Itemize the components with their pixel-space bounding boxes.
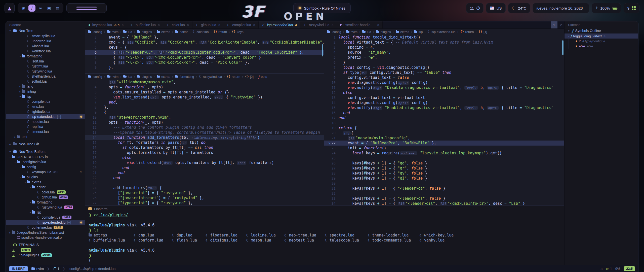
code-line[interactable]: 12 --- Extend the conform plugin config … xyxy=(85,125,324,130)
tree-item-repl-lua[interactable]: ☾repl.lua xyxy=(6,124,85,129)
code-line[interactable]: 23 xyxy=(85,180,324,185)
breadcrumb-item[interactable]: extras xyxy=(396,30,409,34)
code-line[interactable]: 22 end xyxy=(85,175,324,180)
breadcrumb-item[interactable]: {}[1] xyxy=(479,30,487,34)
code-line[interactable]: 5 keys = { xyxy=(85,45,324,50)
breadcrumb-item[interactable]: .config xyxy=(327,30,341,34)
close-tab-icon[interactable]: × xyxy=(158,23,160,27)
code-line[interactable]: 20 end xyxy=(85,165,324,170)
music-widget[interactable]: Spiritbox - Rule Of Nines xyxy=(293,3,351,13)
keyboard-layout-widget[interactable]: US xyxy=(486,3,506,13)
breadcrumb-item[interactable]: lua xyxy=(123,75,132,79)
tree-item-keymaps-lua[interactable]: ☾keymaps.lua#10⚠ xyxy=(6,169,85,175)
tab-bufferline-lua[interactable]: ☾bufferline.lua× xyxy=(127,21,164,28)
code-line[interactable]: 26 keys[#keys + 1] = { "gd", false } xyxy=(324,161,564,166)
breadcrumb-item[interactable]: {}return xyxy=(227,75,240,79)
code-line[interactable]: 12 else xyxy=(324,90,564,95)
code-line[interactable]: 23 init = function() xyxy=(324,146,564,151)
workspace-slash-icon[interactable]: ∕ xyxy=(28,5,35,12)
code-line[interactable]: 24 local keys = require(modname: "lazyvi… xyxy=(324,151,564,156)
breadcrumb-item[interactable]: editor xyxy=(175,30,188,34)
breadcrumb-item[interactable]: formatting xyxy=(175,75,194,79)
clock-widget[interactable]: jueves, noviembre 16, 2023 xyxy=(533,3,589,13)
breadcrumb-item[interactable]: nvim xyxy=(107,75,118,79)
section-header-neo-tree[interactable]: ▾Neo-Tree xyxy=(6,28,85,33)
tree-item-c-n-l-plugins[interactable]: ~/.c/n/l/plugins#3980 xyxy=(6,253,85,258)
outline-item-else[interactable]: ◆elseelse xyxy=(565,44,638,49)
section-header-terminals[interactable]: TERMINALS xyxy=(6,242,85,248)
code-line[interactable]: 11 opts = function(_, opts) xyxy=(85,120,324,125)
code-line[interactable]: 3 event = { "BufRead" }, xyxy=(85,35,324,40)
breadcrumb-item[interactable]: extras xyxy=(157,75,170,79)
workspace-pill[interactable] xyxy=(66,3,107,13)
breadcrumb-item[interactable]: lua xyxy=(123,30,132,34)
code-line[interactable]: 10 vim.diagnostic.config(opts: config) xyxy=(324,80,564,85)
code-line[interactable]: 27 ["typescript"] = { "rustywind" }, xyxy=(85,200,324,205)
tree-item-linting[interactable]: ▸linting xyxy=(6,89,85,94)
code-line[interactable]: 4 opts = function(_, opts) xyxy=(85,85,324,90)
tree-item-bufferline-lua[interactable]: ☾bufferline.lua#328 xyxy=(6,225,85,230)
scrollbar-handle[interactable] xyxy=(562,40,564,55)
breadcrumb-item[interactable]: nvim xyxy=(346,30,357,34)
code-line[interactable]: 21 end xyxy=(85,170,324,175)
tree-item-editor[interactable]: ▾editor xyxy=(6,185,85,190)
tree-item-plugins[interactable]: ▾plugins xyxy=(6,175,85,180)
scrollbar-handle[interactable] xyxy=(322,44,323,56)
code-line[interactable]: 15 for ft, formatters in pairs(t: tbl) d… xyxy=(85,140,324,145)
code-line[interactable]: 33 keys[#keys + 1] = { "<leader>cl", fal… xyxy=(324,196,564,201)
editor-pane-lsp-extended-lua[interactable]: .config›nvim›lua›plugins›extras›lsp›☾lsp… xyxy=(324,29,564,205)
tree-item-neodim-lua[interactable]: ☾neodim.lua xyxy=(6,119,85,124)
code-line[interactable]: 13 config.virtual_text = virtual_text xyxy=(324,95,564,100)
code-line[interactable]: 25 xyxy=(324,156,564,161)
tree-item-lens-lua[interactable]: ☾lens.lua xyxy=(6,104,85,109)
code-line[interactable]: 11 vim.notify(msg: "Disable diagnostics … xyxy=(324,85,564,90)
breadcrumb-item[interactable]: {}return xyxy=(214,30,227,34)
tree-item-lsp[interactable]: ▾lsp xyxy=(6,210,85,215)
terminal-output[interactable]: ❯ cd lua/plugins/ nvim/lua/plugins via☾ … xyxy=(85,212,564,265)
code-line[interactable]: 19 vim.list_extend(dst: opts.formatters_… xyxy=(85,160,324,165)
code-line[interactable]: 28 keys[#keys + 1] = { "gy", false } xyxy=(324,171,564,176)
tree-item-compiler-lua[interactable]: ☾compiler.lua xyxy=(6,99,85,104)
rustywind-lua-code-area[interactable]: 3 [1]"williamboman/mason.nvim",4 opts = … xyxy=(85,80,324,205)
tree-item-formatting[interactable]: ▾formatting xyxy=(6,54,85,59)
code-line[interactable]: 5 opts.ensure_installed = opts.ensure_in… xyxy=(85,90,324,95)
tree-item-shellharden-lua[interactable]: ☾shellharden.lua xyxy=(6,74,85,79)
code-line[interactable]: 21 [1]"neovim/nvim-lspconfig", xyxy=(324,135,564,141)
code-line[interactable]: 9 config.virtual_text = false xyxy=(324,75,564,80)
code-line[interactable]: 19return { xyxy=(324,125,564,130)
tree-item-juegos-indies-steamlibrary-st[interactable]: ▸Juegos/Indies/SteamLibrary/st xyxy=(6,230,85,235)
breadcrumb-item[interactable]: ☾rustywind.lua xyxy=(199,75,222,79)
tree-item-smart-splits-lua[interactable]: ☾smart-splits.lua xyxy=(6,33,85,39)
tree-item-open-buffers-in[interactable]: ▾OPEN BUFFERS in ~ xyxy=(6,154,85,159)
breadcrumb-item[interactable]: .config xyxy=(88,30,102,34)
symbols-outline-header[interactable]: ▾ ƒ Symbols Outline xyxy=(565,28,638,33)
tree-item-scrollbar-handle-vertical-p[interactable]: scrollbar-handle-vertical.p xyxy=(6,235,85,240)
code-line[interactable]: 31 keys[#keys + 1] = { "<leader>ca", fal… xyxy=(324,186,564,191)
tree-item-timeout-lua[interactable]: ☾timeout.lua xyxy=(6,129,85,134)
code-line[interactable]: 3 spacing = 4, xyxy=(324,45,564,50)
tree-item-undotree-lua[interactable]: ☾undotree.lua xyxy=(6,39,85,44)
breadcrumb-item[interactable]: {}keys xyxy=(232,30,244,34)
code-line[interactable]: 6 } xyxy=(324,60,564,65)
tabpage-1[interactable]: 1 xyxy=(551,21,557,28)
tab-github-lua[interactable]: ☾github.lua× xyxy=(192,21,224,28)
tree-item-rustywind-lua[interactable]: ☾rustywind.lua#726 xyxy=(6,205,85,210)
tree-item-worktree-lua[interactable]: ☾worktree.lua xyxy=(6,49,85,54)
code-line[interactable]: 14 vim.diagnostic.config(opts: config) xyxy=(324,100,564,105)
git-segment[interactable]: 1 xyxy=(53,267,59,271)
code-line[interactable]: 30 xyxy=(324,181,564,186)
code-line[interactable]: 27 keys[#keys + 1] = { "gr", false } xyxy=(324,166,564,171)
code-line[interactable]: 16 if opts.formatters_by_ft[ft] == nil t… xyxy=(85,145,324,150)
code-line[interactable]: 6 vim.list_extend(dst: opts.ensure_insta… xyxy=(85,95,324,100)
code-line[interactable]: 17 opts.formatters_by_ft[ft] = formatter… xyxy=(85,150,324,155)
code-line[interactable]: 5 prefix = "●", xyxy=(324,55,564,60)
code-line[interactable]: 25 ["javascript"] = { "rustywind" }, xyxy=(85,190,324,195)
tree-item-lsp-extended-lu[interactable]: ☾lsp-extended.lu[+]● xyxy=(6,220,85,225)
color-lua-code-area[interactable]: 3 event = { "BufRead" },4 cmd = { [1]"Cc… xyxy=(85,35,324,73)
tree-item-rustfmt-lua[interactable]: ☾rustfmt.lua xyxy=(6,64,85,69)
code-line[interactable]: 10 [1]"stevearc/conform.nvim", xyxy=(85,115,324,120)
close-tab-icon[interactable]: × xyxy=(253,23,255,27)
cwd-segment[interactable]: nvim xyxy=(31,267,44,271)
breadcrumb-item[interactable]: ☾color.lua xyxy=(192,30,209,34)
tree-item-extras[interactable]: ▾extras xyxy=(6,180,85,185)
